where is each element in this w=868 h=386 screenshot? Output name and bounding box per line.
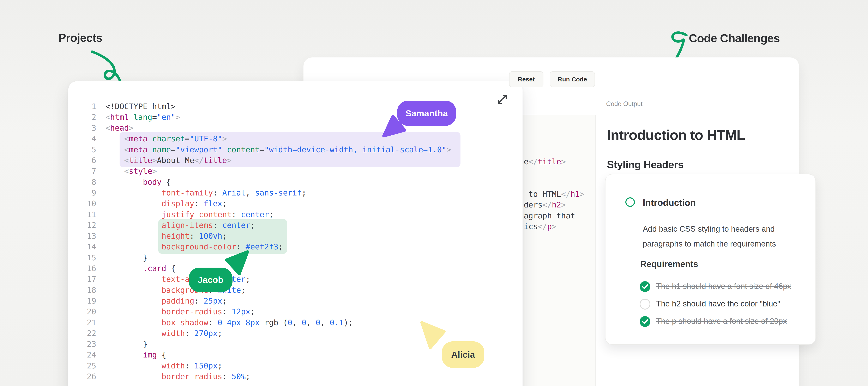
challenge-code-fragment: to HTML</h1> — [524, 189, 585, 200]
code-output-label: Code Output — [606, 100, 643, 108]
line-number: 21 — [68, 317, 96, 328]
line-number: 20 — [68, 306, 96, 317]
code-line-4: 4 <meta charset="UTF-8"> — [68, 133, 523, 144]
requirement-text: The p should have a font size of 20px — [656, 317, 787, 326]
line-number: 5 — [68, 144, 96, 155]
line-number: 1 — [68, 101, 96, 112]
code-line-16: 16 .card { — [68, 263, 523, 274]
code-editor[interactable]: 1<!DOCTYPE html>2<html lang="en">3<head>… — [68, 81, 523, 386]
task-progress-circle-icon — [625, 197, 635, 207]
task-card: Introduction Add basic CSS styling to he… — [605, 174, 816, 345]
code-line-8: 8 body { — [68, 177, 523, 188]
line-number: 4 — [68, 133, 96, 144]
task-description: Add basic CSS styling to headers and par… — [643, 221, 776, 251]
alicia-name: Alicia — [451, 350, 475, 360]
line-number: 13 — [68, 231, 96, 242]
challenge-code-fragment: ics</p> — [524, 221, 556, 232]
line-number: 11 — [68, 209, 96, 220]
line-number: 10 — [68, 198, 96, 209]
line-number: 14 — [68, 241, 96, 252]
code-line-7: 7 <style> — [68, 166, 523, 177]
expand-icon[interactable] — [496, 94, 508, 105]
line-number: 16 — [68, 263, 96, 274]
code-line-9: 9 font-family: Arial, sans-serif; — [68, 187, 523, 198]
line-number: 9 — [68, 187, 96, 198]
line-number: 7 — [68, 166, 96, 177]
code-line-26: 26 border-radius: 50%; — [68, 371, 523, 382]
code-challenges-heading: Code Challenges — [689, 31, 780, 45]
line-number: 26 — [68, 371, 96, 382]
line-number: 15 — [68, 252, 96, 263]
alicia-cursor-label: Alicia — [442, 341, 484, 368]
samantha-name: Samantha — [405, 108, 448, 118]
projects-heading: Projects — [58, 31, 102, 44]
task-description-line: paragraphs to match the requirements — [643, 236, 776, 251]
code-line-15: 15 } — [68, 252, 523, 263]
reset-button[interactable]: Reset — [509, 71, 544, 87]
line-number: 3 — [68, 122, 96, 134]
line-number: 24 — [68, 349, 96, 360]
code-line-18: 18 background: white; — [68, 285, 523, 296]
empty-circle-icon — [640, 299, 650, 310]
requirement-text: The h1 should have a font size of 46px — [656, 282, 791, 291]
challenge-code-fragment: e</title> — [524, 156, 566, 167]
requirements-heading: Requirements — [640, 259, 698, 269]
code-editor-card: 1<!DOCTYPE html>2<html lang="en">3<head>… — [68, 81, 523, 386]
line-number: 23 — [68, 339, 96, 350]
alicia-cursor-icon — [419, 319, 448, 350]
line-number: 18 — [68, 285, 96, 296]
code-line-11: 11 justify-content: center; — [68, 209, 523, 220]
jacob-cursor-label: Jacob — [189, 268, 232, 292]
code-line-5: 5 <meta name="viewport" content="width=d… — [68, 144, 523, 155]
line-number: 19 — [68, 295, 96, 307]
line-number: 22 — [68, 328, 96, 339]
line-number: 8 — [68, 177, 96, 188]
check-circle-icon — [640, 281, 650, 292]
code-line-19: 19 padding: 25px; — [68, 295, 523, 307]
run-code-button[interactable]: Run Code — [550, 71, 595, 87]
challenge-code-fragment: ders</h2> — [524, 200, 566, 210]
line-number: 17 — [68, 274, 96, 285]
page: Projects Code Challenges Code Output e</… — [0, 0, 868, 386]
code-line-21: 21 box-shadow: 0 4px 8px rgb (0, 0, 0, 0… — [68, 317, 523, 328]
jacob-name: Jacob — [198, 275, 223, 285]
code-line-17: 17 text-align: center; — [68, 274, 523, 285]
pane-divider — [595, 115, 595, 386]
line-number: 25 — [68, 360, 96, 371]
output-title: Introduction to HTML — [607, 127, 745, 143]
line-number: 2 — [68, 112, 96, 123]
check-circle-icon — [640, 316, 650, 327]
samantha-cursor-label: Samantha — [397, 101, 456, 126]
challenge-code-fragment: agraph that — [524, 210, 575, 221]
code-line-22: 22 width: 270px; — [68, 328, 523, 339]
output-subtitle: Styling Headers — [607, 159, 683, 171]
requirement-text: The h2 should have the color "blue" — [656, 300, 780, 308]
line-number: 12 — [68, 220, 96, 231]
code-line-6: 6 <title>About Me</title> — [68, 155, 523, 166]
task-name: Introduction — [643, 198, 696, 208]
code-line-10: 10 display: flex; — [68, 198, 523, 209]
code-line-3: 3<head> — [68, 122, 523, 134]
task-description-line: Add basic CSS styling to headers and — [643, 221, 776, 236]
code-line-20: 20 border-radius: 12px; — [68, 306, 523, 317]
line-number: 6 — [68, 155, 96, 166]
code-line-14: 14 background-color: #eef2f3; — [68, 241, 523, 252]
code-line-12: 12 align-items: center; — [68, 220, 523, 231]
code-line-13: 13 height: 100vh; — [68, 231, 523, 242]
